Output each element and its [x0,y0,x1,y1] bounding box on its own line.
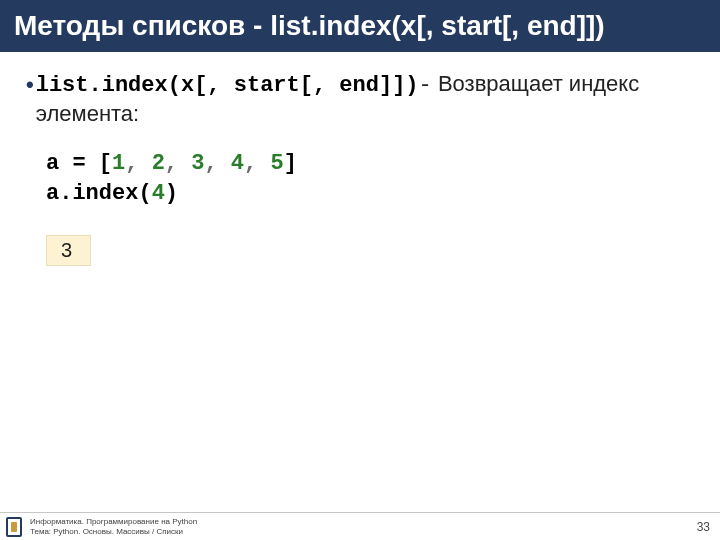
slide-footer: Информатика. Программирование на Python … [0,512,720,540]
method-signature: list.index(x[, start[, end]]) [36,73,419,98]
output-value: 3 [61,239,72,261]
book-icon [6,517,22,537]
footer-line-2: Тема: Python. Основы. Массивы / Списки [30,527,697,537]
slide-title: Методы списков - list.index(x[, start[, … [0,0,720,52]
bullet-item: • list.index(x[, start[, end]])- Возвращ… [26,70,694,127]
output-box: 3 [46,235,91,266]
bullet-text: list.index(x[, start[, end]])- Возвращае… [36,70,694,127]
bullet-marker: • [26,71,34,99]
title-text: Методы списков - list.index(x[, start[, … [14,10,605,41]
code-example: a = [1, 2, 3, 4, 5] a.index(4) [46,149,694,208]
slide-content: • list.index(x[, start[, end]])- Возвращ… [0,52,720,265]
dash: - [419,73,432,98]
code-line-2: a.index(4) [46,179,694,209]
footer-text: Информатика. Программирование на Python … [30,517,697,536]
code-line-1: a = [1, 2, 3, 4, 5] [46,149,694,179]
footer-line-1: Информатика. Программирование на Python [30,517,697,527]
page-number: 33 [697,520,710,534]
